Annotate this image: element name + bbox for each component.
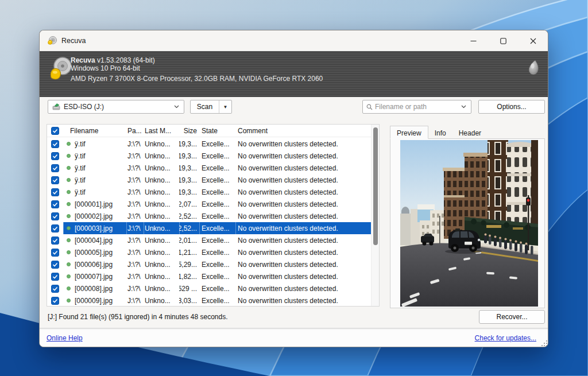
cell-state: Excelle... — [199, 282, 235, 294]
cell-last-modified: Unkno... — [144, 198, 179, 210]
chevron-down-icon — [461, 105, 466, 108]
header-last-modified[interactable]: Last M... — [144, 125, 179, 137]
banner-version: v1.53.2083 (64-bit) — [97, 56, 155, 64]
scan-dropdown-button[interactable]: ▼ — [219, 100, 231, 113]
row-checkbox[interactable] — [47, 294, 63, 307]
preview-tabs: Preview Info Header — [390, 126, 488, 139]
online-help-link[interactable]: Online Help — [47, 334, 83, 342]
scrollbar-thumb[interactable] — [373, 127, 378, 245]
table-header[interactable]: Filename Pa... Last M... Size State Comm… — [47, 125, 379, 137]
options-button[interactable]: Options... — [478, 100, 545, 114]
file-status-icon — [67, 202, 71, 206]
row-checkbox[interactable] — [47, 234, 63, 246]
recuva-window: Recuva Re — [39, 30, 548, 347]
file-status-icon — [67, 214, 71, 218]
file-status-icon — [67, 274, 71, 278]
cell-size: 2,07... — [179, 198, 199, 210]
cell-comment: No overwritten clusters detected. — [235, 150, 371, 162]
cell-path: J:\?\ — [126, 246, 144, 258]
header-filename[interactable]: Filename — [63, 125, 126, 137]
cell-filename: [000007].jpg — [63, 270, 126, 282]
cell-size: 1,21... — [179, 246, 199, 258]
row-checkbox[interactable] — [47, 246, 63, 258]
dropdown-arrow-icon: ▼ — [223, 104, 228, 110]
table-body: ÿ.tifJ:\?\Unkno...19,3...Excelle...No ov… — [47, 138, 371, 306]
row-checkbox[interactable] — [47, 210, 63, 222]
checkbox-checked-icon — [51, 297, 59, 305]
cell-last-modified: Unkno... — [144, 282, 179, 294]
checkbox-checked-icon — [51, 237, 59, 245]
table-row[interactable]: ÿ.tifJ:\?\Unkno...19,3...Excelle...No ov… — [47, 174, 371, 186]
cell-state: Excelle... — [199, 246, 235, 258]
close-button[interactable] — [518, 30, 548, 51]
recover-button[interactable]: Recover... — [479, 310, 545, 324]
table-row[interactable]: [000002].jpgJ:\?\Unkno...2,52...Excelle.… — [47, 210, 371, 222]
cell-last-modified: Unkno... — [144, 186, 179, 198]
row-checkbox[interactable] — [47, 222, 63, 234]
cell-filename: ÿ.tif — [63, 162, 126, 174]
cell-size: 2,52... — [179, 222, 199, 234]
table-row[interactable]: [000003].jpgJ:\?\Unkno...2,52...Excelle.… — [47, 222, 371, 234]
check-updates-link[interactable]: Check for updates... — [475, 334, 536, 342]
header-path[interactable]: Pa... — [126, 125, 144, 137]
minimize-button[interactable] — [458, 30, 488, 51]
checkbox-checked-icon — [51, 212, 59, 220]
tab-header[interactable]: Header — [452, 127, 488, 139]
file-status-icon — [67, 286, 71, 290]
header-comment[interactable]: Comment — [235, 125, 379, 137]
table-scrollbar[interactable] — [371, 125, 379, 306]
search-combo[interactable] — [362, 100, 471, 114]
table-row[interactable]: ÿ.tifJ:\?\Unkno...19,3...Excelle...No ov… — [47, 138, 371, 150]
cell-last-modified: Unkno... — [144, 234, 179, 246]
row-checkbox[interactable] — [47, 270, 63, 282]
row-checkbox[interactable] — [47, 186, 63, 198]
options-button-label: Options... — [497, 103, 526, 111]
checkbox-checked-icon — [51, 261, 59, 269]
scan-button[interactable]: Scan — [191, 100, 219, 113]
banner-hardware: AMD Ryzen 7 3700X 8-Core Processor, 32.0… — [71, 75, 323, 83]
drive-selector[interactable]: ESD-ISO (J:) — [48, 100, 184, 114]
row-checkbox[interactable] — [47, 258, 63, 270]
table-row[interactable]: [000004].jpgJ:\?\Unkno...2,01...Excelle.… — [47, 234, 371, 246]
recover-button-label: Recover... — [496, 313, 527, 321]
select-all-checkbox[interactable] — [47, 125, 63, 137]
cell-state: Excelle... — [199, 186, 235, 198]
table-row[interactable]: [000008].jpgJ:\?\Unkno...529 ...Excelle.… — [47, 282, 371, 294]
cell-state: Excelle... — [199, 258, 235, 270]
tab-preview[interactable]: Preview — [390, 126, 428, 139]
cell-last-modified: Unkno... — [144, 174, 179, 186]
table-row[interactable]: [000001].jpgJ:\?\Unkno...2,07...Excelle.… — [47, 198, 371, 210]
tab-info[interactable]: Info — [428, 127, 452, 139]
table-row[interactable]: [000005].jpgJ:\?\Unkno...1,21...Excelle.… — [47, 246, 371, 258]
checkbox-checked-icon — [51, 224, 59, 232]
table-row[interactable]: ÿ.tifJ:\?\Unkno...19,3...Excelle...No ov… — [47, 162, 371, 174]
cell-state: Excelle... — [199, 138, 235, 150]
maximize-button[interactable] — [488, 30, 518, 51]
table-row[interactable]: ÿ.tifJ:\?\Unkno...19,3...Excelle...No ov… — [47, 186, 371, 198]
row-checkbox[interactable] — [47, 138, 63, 150]
resize-grip[interactable] — [540, 339, 548, 347]
cell-path: J:\?\ — [126, 210, 144, 222]
row-checkbox[interactable] — [47, 198, 63, 210]
table-row[interactable]: [000007].jpgJ:\?\Unkno...1,82...Excelle.… — [47, 270, 371, 282]
title-bar[interactable]: Recuva — [40, 30, 548, 51]
results-table: Filename Pa... Last M... Size State Comm… — [47, 124, 380, 307]
checkbox-checked-icon — [51, 152, 59, 160]
cell-path: J:\?\ — [126, 234, 144, 246]
file-status-icon — [67, 154, 71, 158]
header-state[interactable]: State — [199, 125, 235, 137]
cell-last-modified: Unkno... — [144, 138, 179, 150]
table-row[interactable]: [000009].jpgJ:\?\Unkno...3,03...Excelle.… — [47, 294, 371, 307]
row-checkbox[interactable] — [47, 150, 63, 162]
cell-size: 2,01... — [179, 234, 199, 246]
row-checkbox[interactable] — [47, 174, 63, 186]
table-row[interactable]: [000006].jpgJ:\?\Unkno...5,29...Excelle.… — [47, 258, 371, 270]
cell-comment: No overwritten clusters detected. — [235, 174, 371, 186]
row-checkbox[interactable] — [47, 282, 63, 294]
checkbox-checked-icon — [51, 164, 59, 172]
header-size[interactable]: Size — [179, 125, 199, 137]
table-row[interactable]: ÿ.tifJ:\?\Unkno...19,3...Excelle...No ov… — [47, 150, 371, 162]
row-checkbox[interactable] — [47, 162, 63, 174]
chevron-down-icon — [174, 105, 179, 108]
search-input[interactable] — [375, 103, 461, 111]
